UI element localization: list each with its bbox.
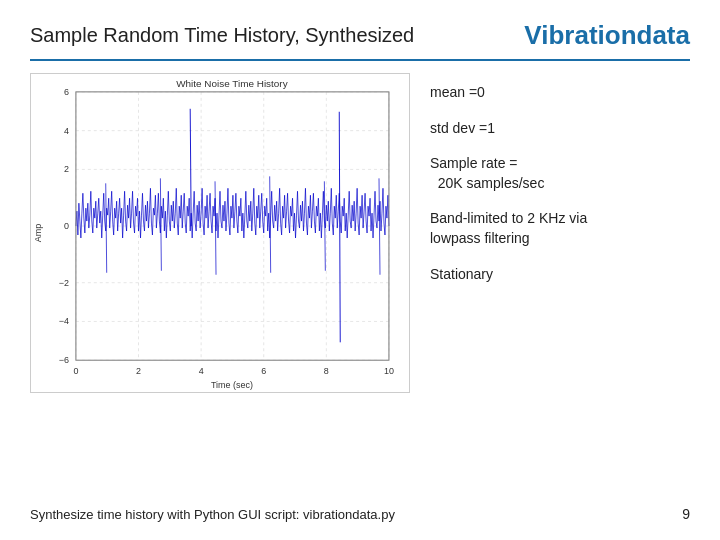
page-number: 9	[682, 506, 690, 522]
content-row: White Noise Time History 6 4 2 0 −2 −4 −…	[30, 73, 690, 393]
info-panel: mean =0 std dev =1 Sample rate = 20K sam…	[430, 73, 690, 284]
svg-text:White Noise Time History: White Noise Time History	[176, 78, 287, 89]
svg-text:10: 10	[384, 366, 394, 376]
svg-text:8: 8	[324, 366, 329, 376]
header-row: Sample Random Time History, Synthesized …	[30, 20, 690, 51]
svg-text:Amp: Amp	[33, 224, 43, 242]
std-dev-info: std dev =1	[430, 119, 690, 139]
mean-info: mean =0	[430, 83, 690, 103]
page-container: Sample Random Time History, Synthesized …	[0, 0, 720, 540]
chart-area: White Noise Time History 6 4 2 0 −2 −4 −…	[30, 73, 410, 393]
svg-text:0: 0	[64, 221, 69, 231]
svg-text:6: 6	[261, 366, 266, 376]
page-title: Sample Random Time History, Synthesized	[30, 24, 414, 47]
svg-text:−2: −2	[59, 278, 69, 288]
chart-container: White Noise Time History 6 4 2 0 −2 −4 −…	[30, 73, 410, 393]
svg-text:4: 4	[199, 366, 204, 376]
stationary-info: Stationary	[430, 265, 690, 285]
chart-svg: White Noise Time History 6 4 2 0 −2 −4 −…	[31, 74, 409, 392]
band-limited-info: Band-limited to 2 KHz vialowpass filteri…	[430, 209, 690, 248]
brand-title: Vibrationdata	[524, 20, 690, 51]
svg-text:2: 2	[64, 164, 69, 174]
svg-text:4: 4	[64, 126, 69, 136]
sample-rate-info: Sample rate = 20K samples/sec	[430, 154, 690, 193]
svg-text:Time (sec): Time (sec)	[211, 380, 253, 390]
footer-script-text: Synthesize time history with Python GUI …	[30, 507, 395, 522]
svg-text:6: 6	[64, 87, 69, 97]
svg-text:2: 2	[136, 366, 141, 376]
svg-text:−4: −4	[59, 316, 69, 326]
header-divider	[30, 59, 690, 61]
svg-text:−6: −6	[59, 355, 69, 365]
svg-text:0: 0	[73, 366, 78, 376]
